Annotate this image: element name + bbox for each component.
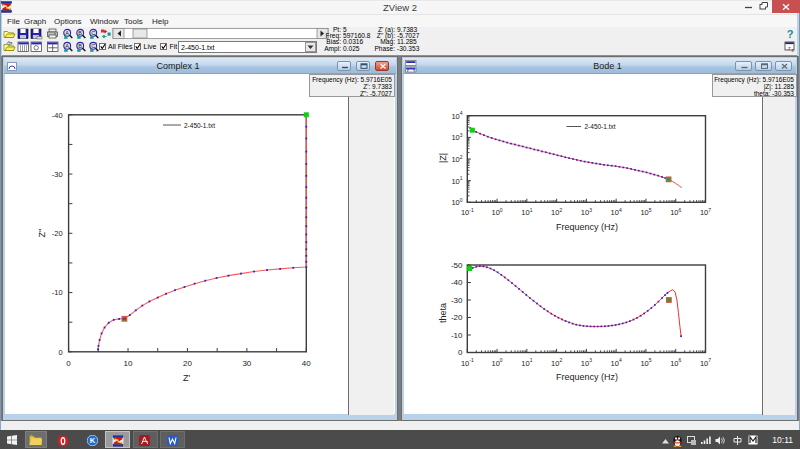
svg-text:Frequency (Hz): Frequency (Hz)	[556, 372, 618, 382]
svg-text:107: 107	[700, 357, 711, 367]
svg-text:theta: theta	[438, 303, 448, 323]
svg-text:-10: -10	[451, 331, 463, 340]
svg-text:100: 100	[451, 197, 462, 207]
svg-text:106: 106	[670, 207, 681, 217]
svg-text:100: 100	[492, 357, 503, 367]
svg-text:103: 103	[451, 132, 462, 142]
svg-text:2-450-1.txt: 2-450-1.txt	[585, 123, 616, 130]
svg-text:100: 100	[492, 207, 503, 217]
svg-text:103: 103	[581, 207, 592, 217]
svg-text:102: 102	[551, 207, 562, 217]
svg-text:0: 0	[58, 348, 62, 357]
svg-text:104: 104	[451, 110, 462, 120]
svg-text:104: 104	[611, 207, 622, 217]
svg-text:-10: -10	[52, 288, 63, 297]
svg-text:-50: -50	[451, 261, 463, 270]
svg-text:104: 104	[611, 357, 622, 367]
svg-text:40: 40	[302, 359, 311, 368]
svg-text:0: 0	[66, 359, 71, 368]
svg-text:Frequency (Hz): Frequency (Hz)	[556, 222, 618, 232]
svg-text:105: 105	[640, 357, 651, 367]
svg-text:106: 106	[670, 357, 681, 367]
svg-text:-30: -30	[52, 170, 63, 179]
svg-text:30: 30	[242, 359, 251, 368]
svg-text:2-450-1.txt: 2-450-1.txt	[184, 122, 215, 129]
svg-text:-30: -30	[451, 296, 463, 305]
svg-text:101: 101	[521, 357, 532, 367]
svg-text:102: 102	[451, 154, 462, 164]
svg-text:-40: -40	[52, 111, 63, 120]
svg-text:105: 105	[640, 207, 651, 217]
svg-text:101: 101	[521, 207, 532, 217]
svg-text:-20: -20	[451, 313, 463, 322]
svg-text:K: K	[90, 436, 96, 445]
svg-text:102: 102	[551, 357, 562, 367]
svg-text:-20: -20	[52, 229, 63, 238]
svg-text:10-1: 10-1	[461, 357, 474, 367]
svg-text:10-1: 10-1	[461, 207, 474, 217]
svg-text:101: 101	[451, 175, 462, 185]
svg-text:Z': Z'	[183, 373, 190, 383]
svg-text:20: 20	[183, 359, 192, 368]
svg-text:0: 0	[458, 348, 463, 357]
svg-text:Z'': Z''	[37, 228, 47, 237]
svg-text:107: 107	[700, 207, 711, 217]
svg-text:10: 10	[124, 359, 133, 368]
svg-text:|Z|: |Z|	[438, 153, 448, 163]
svg-text:103: 103	[581, 357, 592, 367]
svg-text:-40: -40	[451, 278, 463, 287]
